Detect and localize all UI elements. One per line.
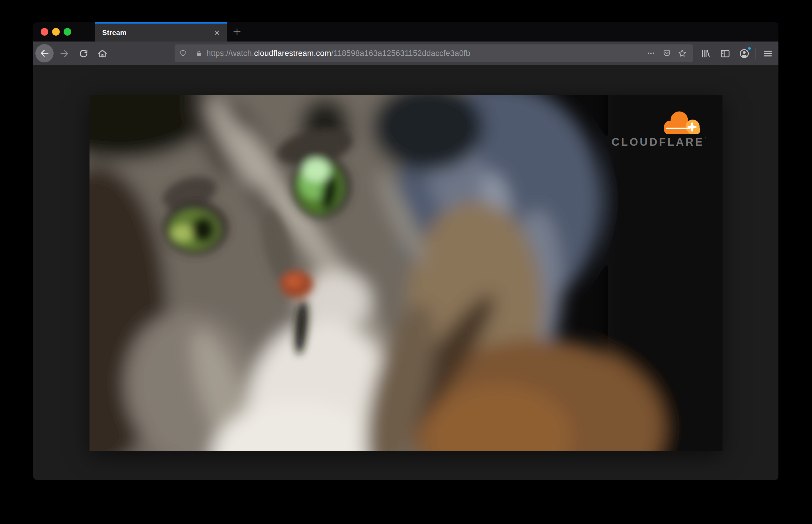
forward-button[interactable] [58,47,71,60]
new-tab-button[interactable] [231,26,243,38]
star-icon [678,49,687,58]
cloudflare-wordmark: CLOUDFLARE’ [612,136,704,148]
account-button[interactable] [738,47,751,60]
address-bar[interactable]: https://watch.cloudflarestream.com/11859… [175,45,693,62]
ellipsis-icon [647,49,655,58]
traffic-light-zoom[interactable] [64,28,71,36]
back-button[interactable] [35,44,53,62]
video-player[interactable]: CLOUDFLARE’ [90,95,722,451]
library-icon [700,48,711,59]
account-notification-dot [748,47,751,50]
pocket-icon [663,49,671,58]
home-icon [97,48,108,59]
navigation-toolbar: https://watch.cloudflarestream.com/11859… [33,42,778,65]
url-text: https://watch.cloudflarestream.com/11859… [206,49,470,58]
menu-icon [763,48,773,59]
reload-button[interactable] [77,47,90,60]
plus-icon [232,27,242,37]
urlbar-separator [191,49,191,58]
home-button[interactable] [96,47,109,60]
lock-icon[interactable] [195,50,202,57]
shield-icon[interactable] [179,49,187,58]
traffic-light-close[interactable] [40,28,48,36]
cloudflare-logo: CLOUDFLARE’ [612,110,704,148]
traffic-light-minimize[interactable] [52,28,60,36]
titlebar[interactable]: Stream [33,22,778,42]
trademark-mark: ’ [704,136,706,141]
menu-button[interactable] [761,47,774,60]
bookmark-star-button[interactable] [676,47,689,60]
sidebar-icon [720,48,730,59]
reload-icon [79,49,88,59]
page-content: CLOUDFLARE’ [33,65,778,480]
pocket-button[interactable] [660,47,673,60]
url-path: /118598a163a125631152ddaccfe3a0fb [331,49,470,58]
sidebar-toggle-button[interactable] [719,47,732,60]
browser-window: Stream [33,22,778,480]
library-button[interactable] [699,47,712,60]
forward-icon [59,48,70,59]
cloudflare-cloud-icon [658,110,704,136]
url-prefix: https://watch. [206,49,254,58]
page-actions-button[interactable] [645,47,657,60]
tab-stream[interactable]: Stream [95,22,227,42]
toolbar-separator [755,48,756,60]
desktop: Stream [0,0,812,524]
close-icon[interactable] [211,27,223,38]
url-host: cloudflarestream.com [254,49,331,58]
tab-label: Stream [102,29,127,37]
back-icon [39,48,50,59]
